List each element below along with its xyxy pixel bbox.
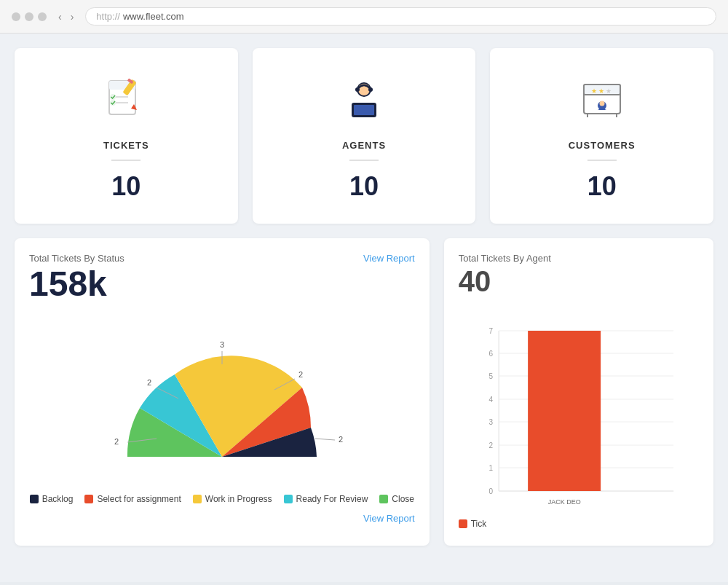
traffic-light-yellow [25, 12, 33, 21]
agents-icon [339, 74, 389, 125]
customers-value: 10 [505, 171, 699, 202]
address-bar[interactable]: http:// www.fleet.com [85, 7, 716, 25]
svg-text:4: 4 [488, 396, 493, 404]
svg-text:★: ★ [598, 87, 604, 95]
svg-point-5 [110, 100, 116, 106]
agents-label: AGENTS [267, 140, 462, 151]
agent-panel-title: Total Tickets By Agent [459, 253, 699, 264]
nav-arrows[interactable]: ‹ › [55, 9, 76, 24]
svg-line-35 [315, 439, 335, 440]
chart-area: 2 2 3 2 2 [29, 315, 415, 531]
legend-dot-select [84, 495, 93, 503]
svg-text:JACK DEO: JACK DEO [547, 498, 580, 506]
bar-chart: 0 1 2 3 4 5 6 7 JACK DEO [459, 309, 699, 513]
svg-text:3: 3 [488, 418, 493, 426]
legend-dot-tick [459, 519, 467, 528]
tickets-card: TICKETS 10 [15, 48, 238, 224]
legend-dot-review [284, 495, 293, 503]
svg-text:6: 6 [488, 350, 493, 358]
agent-panel-header: Total Tickets By Agent 40 [459, 253, 699, 302]
traffic-light-green [38, 12, 47, 21]
legend-select: Select for assignment [84, 494, 181, 504]
legend-review: Ready For Review [284, 494, 368, 504]
bar-chart-area: 0 1 2 3 4 5 6 7 JACK DEO [459, 309, 699, 529]
tickets-icon [100, 74, 151, 125]
customers-icon-area: ★ ★ ★ [505, 70, 699, 128]
agent-panel: Total Tickets By Agent 40 [444, 238, 713, 546]
browser-chrome: ‹ › http:// www.fleet.com [0, 0, 728, 34]
svg-rect-12 [354, 105, 374, 115]
url-domain: www.fleet.com [123, 11, 184, 22]
status-header: Total Tickets By Status 158k View Report [29, 253, 415, 307]
agents-icon-area [267, 70, 462, 128]
svg-text:2: 2 [114, 437, 119, 446]
legend-wip: Work in Progress [193, 494, 272, 504]
svg-text:0: 0 [488, 487, 493, 495]
main-content: TICKETS 10 [0, 34, 728, 582]
tickets-divider [111, 160, 141, 161]
svg-point-16 [363, 83, 365, 85]
status-big-number: 158k [29, 267, 124, 302]
svg-point-13 [355, 87, 360, 92]
status-panel: Total Tickets By Status 158k View Report [15, 238, 430, 546]
svg-text:2: 2 [339, 435, 343, 444]
legend-close: Close [379, 494, 414, 504]
pie-chart: 2 2 3 2 2 [84, 315, 360, 482]
tickets-label: TICKETS [29, 140, 223, 151]
legend-label-wip: Work in Progress [205, 494, 272, 504]
svg-text:7: 7 [488, 327, 493, 335]
legend-dot-backlog [30, 495, 39, 503]
svg-text:3: 3 [220, 340, 224, 349]
customers-icon: ★ ★ ★ [577, 74, 628, 125]
svg-text:★: ★ [591, 87, 597, 95]
legend-label-close: Close [392, 494, 414, 504]
traffic-light-red [12, 12, 20, 21]
legend-bar-tick: Tick [459, 519, 487, 529]
chart-legend: Backlog Select for assignment Work in Pr… [30, 494, 414, 504]
legend-dot-close [379, 495, 388, 503]
svg-text:★: ★ [606, 87, 612, 95]
status-panel-title: Total Tickets By Status [29, 253, 124, 264]
agent-big-number: 40 [459, 267, 699, 296]
legend-label-select: Select for assignment [97, 494, 181, 504]
svg-point-4 [110, 94, 116, 100]
bar-jack-deo [528, 331, 601, 491]
svg-text:2: 2 [298, 370, 303, 379]
svg-point-24 [599, 101, 604, 106]
tickets-value: 10 [29, 171, 223, 202]
tickets-icon-area [29, 70, 223, 128]
customers-divider [587, 160, 617, 161]
traffic-lights [12, 12, 47, 21]
url-protocol: http:// [96, 11, 120, 22]
pie-view-report[interactable]: View Report [29, 513, 415, 524]
agents-card: AGENTS 10 [253, 48, 476, 224]
legend-label-backlog: Backlog [42, 494, 74, 504]
svg-text:5: 5 [488, 372, 493, 380]
svg-text:1: 1 [488, 464, 493, 472]
bar-legend: Tick [459, 519, 699, 529]
legend-label-tick: Tick [471, 519, 487, 529]
back-button[interactable]: ‹ [55, 9, 65, 24]
forward-button[interactable]: › [68, 9, 77, 24]
legend-dot-wip [193, 495, 202, 503]
svg-point-17 [367, 85, 369, 87]
svg-text:2: 2 [488, 441, 493, 449]
agents-value: 10 [267, 171, 462, 202]
svg-text:2: 2 [147, 378, 151, 387]
legend-label-review: Ready For Review [296, 494, 368, 504]
svg-point-15 [358, 85, 360, 87]
status-view-report[interactable]: View Report [363, 253, 415, 264]
bottom-panels: Total Tickets By Status 158k View Report [15, 238, 713, 546]
top-cards: TICKETS 10 [15, 48, 713, 224]
customers-label: CUSTOMERS [505, 140, 699, 151]
customers-card: ★ ★ ★ CUSTOMERS 10 [490, 48, 713, 224]
legend-backlog: Backlog [30, 494, 74, 504]
agents-divider [349, 160, 379, 161]
svg-point-14 [368, 87, 373, 92]
